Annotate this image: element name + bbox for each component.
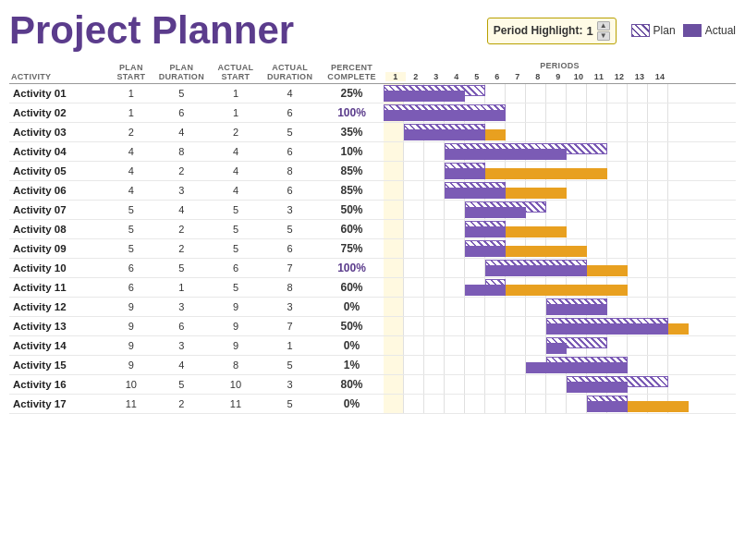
gantt-actual-bar — [546, 343, 567, 354]
actual-duration: 7 — [260, 317, 320, 336]
plan-duration: 2 — [152, 220, 212, 239]
gantt-bar-cell — [384, 220, 736, 239]
percent-complete: 25% — [320, 84, 384, 103]
percent-complete: 75% — [320, 239, 384, 259]
gantt-actual-bar-overflow — [668, 323, 689, 335]
gantt-actual-bar — [465, 246, 506, 257]
legend-plan: Plan — [631, 24, 676, 37]
actual-duration: 5 — [260, 220, 320, 239]
percent-complete: 80% — [320, 375, 384, 395]
actual-duration: 8 — [260, 162, 320, 181]
plan-duration: 3 — [152, 336, 212, 356]
gantt-bar-cell — [384, 103, 736, 123]
legend: Plan Actual — [631, 24, 736, 37]
actual-start: 1 — [212, 103, 260, 123]
activity-name: Activity 05 — [9, 162, 111, 181]
actual-duration: 6 — [260, 103, 320, 123]
actual-duration: 6 — [260, 181, 320, 201]
header-right: Period Highlight: 1 ▲ ▼ Plan Actual — [487, 18, 736, 44]
gantt-actual-bar — [445, 188, 506, 199]
gantt-actual-bar — [384, 91, 465, 102]
gantt-bar-cell — [384, 142, 736, 162]
actual-duration: 5 — [260, 123, 320, 142]
activity-name: Activity 17 — [9, 395, 111, 414]
actual-start: 5 — [212, 239, 260, 259]
plan-start: 9 — [111, 317, 152, 336]
gantt-bar-cell — [384, 259, 736, 278]
gantt-bar-cell — [384, 123, 736, 142]
col-percent-complete: PercentComplete — [320, 59, 384, 84]
plan-duration: 2 — [152, 239, 212, 259]
activity-name: Activity 03 — [9, 123, 111, 142]
actual-duration: 5 — [260, 395, 320, 414]
gantt-actual-bar — [404, 129, 485, 140]
actual-duration: 6 — [260, 142, 320, 162]
plan-start: 9 — [111, 356, 152, 375]
plan-start: 9 — [111, 298, 152, 317]
activity-name: Activity 07 — [9, 201, 111, 220]
actual-start: 2 — [212, 123, 260, 142]
spinner-up[interactable]: ▲ — [597, 21, 610, 30]
gantt-actual-bar-overflow — [506, 285, 628, 296]
gantt-actual-bar — [587, 401, 628, 412]
gantt-bar-cell — [384, 298, 736, 317]
actual-start: 5 — [212, 278, 260, 298]
gantt-actual-bar — [465, 285, 506, 296]
percent-complete: 50% — [320, 201, 384, 220]
actual-start: 9 — [212, 317, 260, 336]
activity-name: Activity 16 — [9, 375, 111, 395]
plan-duration: 4 — [152, 356, 212, 375]
gantt-bar-cell — [384, 336, 736, 356]
percent-complete: 0% — [320, 395, 384, 414]
plan-start: 11 — [111, 395, 152, 414]
actual-duration: 7 — [260, 259, 320, 278]
plan-start: 2 — [111, 123, 152, 142]
activity-name: Activity 01 — [9, 84, 111, 103]
plan-start: 1 — [111, 84, 152, 103]
percent-complete: 85% — [320, 181, 384, 201]
plan-swatch — [631, 24, 650, 37]
page-title: Project Planner — [9, 9, 294, 52]
percent-complete: 100% — [320, 259, 384, 278]
actual-start: 4 — [212, 142, 260, 162]
actual-duration: 6 — [260, 239, 320, 259]
header-row: Project Planner Period Highlight: 1 ▲ ▼ … — [9, 9, 736, 52]
gantt-actual-bar — [384, 110, 506, 121]
table-row: Activity 09525675% — [9, 239, 736, 259]
period-highlight-control: Period Highlight: 1 ▲ ▼ — [487, 18, 617, 44]
gantt-bar-cell — [384, 239, 736, 259]
activity-name: Activity 10 — [9, 259, 111, 278]
spinner-down[interactable]: ▼ — [597, 31, 610, 41]
actual-start: 8 — [212, 356, 260, 375]
plan-duration: 5 — [152, 84, 212, 103]
plan-duration: 6 — [152, 317, 212, 336]
actual-start: 5 — [212, 220, 260, 239]
plan-duration: 2 — [152, 162, 212, 181]
table-row: Activity 1293930% — [9, 298, 736, 317]
gantt-actual-bar — [546, 323, 668, 335]
plan-duration: 4 — [152, 123, 212, 142]
gantt-actual-bar-overflow — [485, 129, 506, 140]
gantt-actual-bar — [465, 207, 526, 218]
period-spinner[interactable]: ▲ ▼ — [597, 21, 610, 41]
gantt-actual-bar — [445, 149, 567, 160]
actual-duration: 5 — [260, 356, 320, 375]
gantt-bar-cell — [384, 317, 736, 336]
gantt-actual-bar — [445, 168, 485, 179]
gantt-bar-cell — [384, 201, 736, 220]
table-row: Activity 03242535% — [9, 123, 736, 142]
table-row: Activity 1594851% — [9, 356, 736, 375]
table-row: Activity 08525560% — [9, 220, 736, 239]
percent-complete: 0% — [320, 336, 384, 356]
gantt-actual-bar-overflow — [485, 168, 607, 179]
col-periods: Periods 1 2 3 4 5 6 7 8 9 10 11 12 — [384, 59, 736, 84]
activity-name: Activity 09 — [9, 239, 111, 259]
plan-duration: 8 — [152, 142, 212, 162]
gantt-bar-cell — [384, 356, 736, 375]
activity-name: Activity 15 — [9, 356, 111, 375]
plan-duration: 5 — [152, 375, 212, 395]
actual-start: 10 — [212, 375, 260, 395]
plan-duration: 2 — [152, 395, 212, 414]
period-highlight-label: Period Highlight: — [494, 24, 583, 37]
gantt-actual-bar-overflow — [587, 265, 628, 276]
